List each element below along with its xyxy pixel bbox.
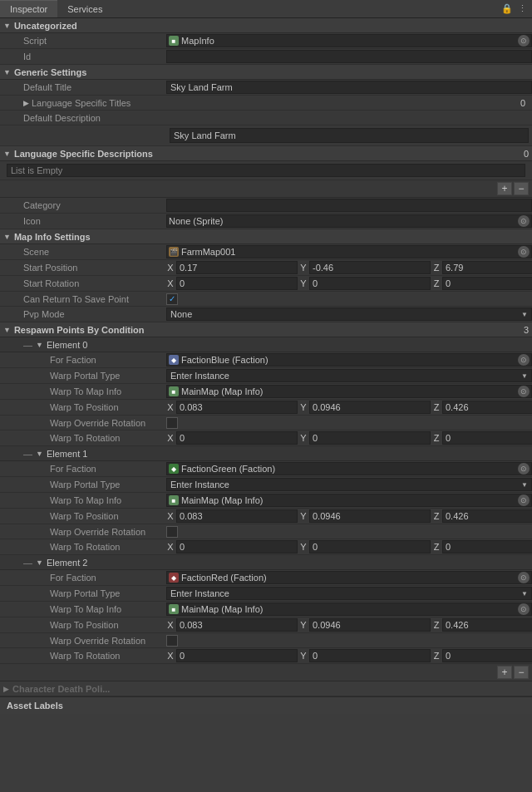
icon-select-btn[interactable]: ⊙: [518, 215, 530, 227]
e1-portal-type-label: Warp Portal Type: [0, 480, 166, 489]
e0-rot-z-label: Z: [432, 433, 441, 443]
script-select-btn[interactable]: ⊙: [518, 35, 530, 47]
e1-faction-text: FactionGreen (Faction): [181, 464, 275, 474]
e1-rot-z-input[interactable]: [442, 540, 532, 553]
e1-pos-x-input[interactable]: [176, 509, 298, 523]
icon-object-field[interactable]: None (Sprite) ⊙: [166, 214, 532, 228]
e1-override-row: Warp Override Rotation: [0, 524, 532, 539]
asset-labels-footer: Asset Labels: [0, 696, 532, 714]
e2-faction-field[interactable]: ◆ FactionRed (Faction) ⊙: [166, 571, 532, 584]
e2-map-info-value: ■ MainMap (Map Info) ⊙: [166, 603, 532, 616]
e0-pos-z-label: Z: [432, 402, 441, 412]
start-rot-y-input[interactable]: [309, 277, 431, 290]
e0-pos-x-input[interactable]: [176, 401, 298, 414]
e2-override-checkbox[interactable]: [166, 635, 178, 647]
scene-label: Scene: [0, 247, 166, 257]
e1-faction-btn[interactable]: ⊙: [518, 463, 530, 475]
script-object-field[interactable]: ■ MapInfo ⊙: [166, 34, 532, 47]
e2-rotation-xyz: X Y Z: [166, 649, 532, 662]
element2-arrow: ▼: [36, 558, 43, 567]
e0-faction-field[interactable]: ◆ FactionBlue (Faction) ⊙: [166, 353, 532, 366]
start-pos-x-input[interactable]: [176, 261, 298, 274]
e1-position-label: Warp To Position: [0, 511, 166, 521]
e2-portal-type-dropdown[interactable]: Enter Instance ▼: [166, 587, 532, 600]
e0-override-value: [166, 417, 532, 429]
e1-rot-x-input[interactable]: [176, 540, 298, 553]
e0-rot-x-input[interactable]: [176, 431, 298, 445]
map-info-section[interactable]: ▼ Map Info Settings: [0, 229, 532, 244]
menu-icon[interactable]: ⋮: [518, 3, 527, 14]
e0-rotation-xyz: X Y Z: [166, 431, 532, 445]
lang-desc-add-btn[interactable]: +: [497, 182, 512, 195]
e2-override-label: Warp Override Rotation: [0, 636, 166, 646]
uncategorized-section[interactable]: ▼ Uncategorized: [0, 18, 532, 33]
e1-map-info-btn[interactable]: ⊙: [518, 494, 530, 506]
respawn-section[interactable]: ▼ Respawn Points By Condition 3: [0, 322, 532, 337]
start-rot-z-input[interactable]: [442, 277, 532, 290]
lang-titles-row: ▶ Language Specific Titles 0: [0, 96, 532, 111]
lang-desc-remove-btn[interactable]: −: [514, 182, 529, 195]
e2-map-info-btn[interactable]: ⊙: [518, 603, 530, 615]
e1-faction-row: For Faction ◆ FactionGreen (Faction) ⊙: [0, 461, 532, 477]
e0-rot-y-input[interactable]: [309, 431, 431, 445]
respawn-remove-btn[interactable]: −: [514, 666, 529, 679]
icon-label: Icon: [0, 216, 166, 226]
e0-portal-type-row: Warp Portal Type Enter Instance ▼: [0, 368, 532, 384]
lang-desc-section[interactable]: ▼ Language Specific Descriptions 0: [0, 146, 532, 161]
element1-header[interactable]: — ▼ Element 1: [0, 446, 532, 461]
e2-faction-btn[interactable]: ⊙: [518, 572, 530, 583]
e0-rot-z-input[interactable]: [442, 431, 532, 445]
e2-rot-y-input[interactable]: [309, 649, 431, 662]
e2-map-info-label: Warp To Map Info: [0, 604, 166, 614]
e0-map-info-row: Warp To Map Info ■ MainMap (Map Info) ⊙: [0, 384, 532, 400]
e0-pos-y-input[interactable]: [309, 401, 431, 414]
scene-object-field[interactable]: 🎬 FarmMap001 ⊙: [166, 245, 532, 258]
uncategorized-label: Uncategorized: [14, 21, 77, 31]
e0-override-checkbox[interactable]: [166, 417, 178, 429]
e0-map-info-btn[interactable]: ⊙: [518, 386, 530, 397]
category-value: [166, 199, 532, 212]
e1-override-checkbox[interactable]: [166, 526, 178, 538]
tab-inspector[interactable]: Inspector: [0, 0, 57, 17]
can-return-checkbox[interactable]: [166, 293, 178, 305]
e2-rot-x-label: X: [166, 651, 175, 661]
lock-icon[interactable]: 🔒: [501, 3, 513, 14]
e1-map-info-text: MainMap (Map Info): [181, 495, 263, 505]
e1-map-info-field[interactable]: ■ MainMap (Map Info) ⊙: [166, 494, 532, 507]
respawn-add-btn[interactable]: +: [497, 666, 512, 679]
e0-map-info-field[interactable]: ■ MainMap (Map Info) ⊙: [166, 385, 532, 398]
e2-rot-z-input[interactable]: [442, 649, 532, 662]
e1-portal-type-dropdown[interactable]: Enter Instance ▼: [166, 478, 532, 491]
e2-rot-x-input[interactable]: [176, 649, 298, 662]
default-title-input[interactable]: [166, 81, 532, 94]
element1-label: Element 1: [47, 449, 88, 459]
e1-pos-z-input[interactable]: [442, 509, 532, 523]
scene-select-btn[interactable]: ⊙: [518, 246, 530, 258]
e2-override-value: [166, 635, 532, 647]
e1-portal-type-row: Warp Portal Type Enter Instance ▼: [0, 477, 532, 493]
e0-faction-btn[interactable]: ⊙: [518, 354, 530, 366]
e0-rotation-label: Warp To Rotation: [0, 433, 166, 443]
e1-faction-field[interactable]: ◆ FactionGreen (Faction) ⊙: [166, 462, 532, 475]
start-pos-z-input[interactable]: [442, 261, 532, 274]
start-rot-x-input[interactable]: [176, 277, 298, 290]
element2-header[interactable]: — ▼ Element 2: [0, 555, 532, 570]
element0-header[interactable]: — ▼ Element 0: [0, 337, 532, 352]
pvp-mode-dropdown[interactable]: None ▼: [166, 307, 532, 321]
e0-pos-z-input[interactable]: [442, 401, 532, 414]
partial-section[interactable]: ▶ Character Death Poli...: [0, 681, 532, 696]
category-input[interactable]: [166, 199, 532, 212]
e0-portal-type-dropdown[interactable]: Enter Instance ▼: [166, 369, 532, 382]
e2-pos-x-input[interactable]: [176, 618, 298, 632]
tab-services[interactable]: Services: [57, 0, 112, 17]
pvp-mode-value: None ▼: [166, 307, 532, 321]
id-input[interactable]: [166, 50, 532, 63]
e2-map-info-field[interactable]: ■ MainMap (Map Info) ⊙: [166, 603, 532, 616]
e2-pos-z-input[interactable]: [442, 618, 532, 632]
e1-rot-y-input[interactable]: [309, 540, 431, 553]
e2-pos-y-input[interactable]: [309, 618, 431, 632]
partial-section-arrow: ▶: [3, 685, 9, 693]
generic-settings-section[interactable]: ▼ Generic Settings: [0, 65, 532, 80]
e1-pos-y-input[interactable]: [309, 509, 431, 523]
start-pos-y-input[interactable]: [309, 261, 431, 274]
